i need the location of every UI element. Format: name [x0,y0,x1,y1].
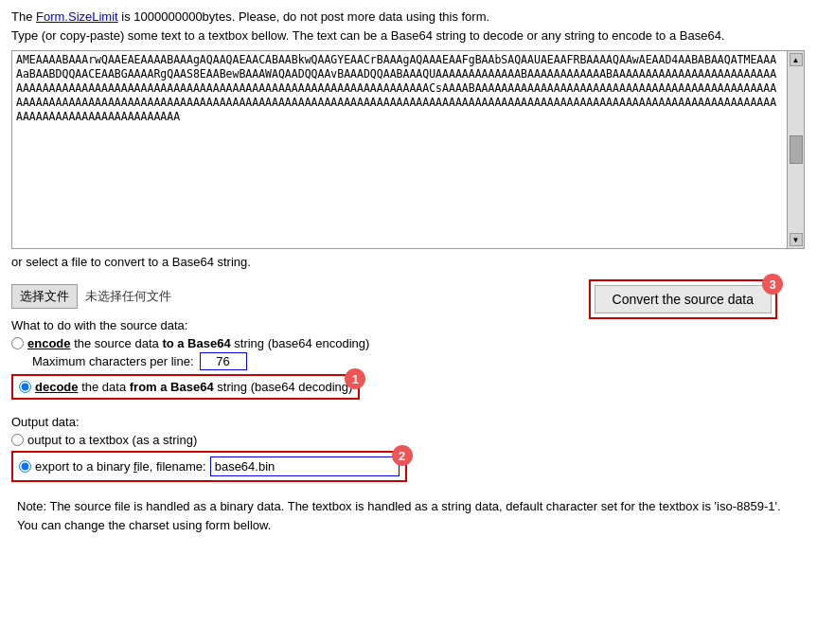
scroll-thumb[interactable] [790,135,803,164]
top-description: The Form.SizeLimit is 1000000000bytes. P… [11,8,806,45]
encode-bold2: to a Base64 [162,336,230,350]
encode-bold: encode [27,336,71,350]
encode-end: string (base64 encoding) [234,336,369,350]
page-container: The Form.SizeLimit is 1000000000bytes. P… [0,0,817,644]
decode-bold: decode [35,380,79,394]
top-line2: Type (or copy-paste) some text to a text… [11,28,724,43]
decode-wrapper: decode the data from a Base64 string (ba… [11,374,360,400]
scroll-up-btn[interactable]: ▲ [790,53,803,66]
scroll-down-btn[interactable]: ▼ [790,233,803,246]
encode-mid: the source data [74,336,162,350]
form-size-limit-link[interactable]: Form.SizeLimit [36,9,118,24]
badge-3: 3 [762,274,783,295]
choose-file-button[interactable]: 选择文件 [11,284,78,309]
textarea-section: AMEAAAABAAArwQAAEAEAAAABAAAgAQAAQAEAACAB… [11,50,806,249]
no-file-text: 未选择任何文件 [85,288,171,305]
max-chars-row: Maximum characters per line: [32,352,806,370]
convert-button[interactable]: Convert the source data [595,285,772,313]
export-radio[interactable] [19,460,31,473]
output-section: Output data: output to a textbox (as a s… [11,415,806,493]
output-title: Output data: [11,415,806,429]
export-f-underline: f [133,459,137,474]
max-chars-input[interactable] [200,352,247,370]
decode-bold2: from a Base64 [130,380,214,394]
decode-radio[interactable] [19,381,31,393]
what-to-do-section: What to do with the source data: encode … [11,318,806,411]
max-chars-label: Maximum characters per line: [32,354,194,368]
top-line1-pre: The [11,9,36,24]
or-select-text: or select a file to convert to a Base64 … [11,255,251,269]
badge-1: 1 [345,368,365,389]
output-textbox-row: output to a textbox (as a string) [11,433,806,447]
output-textbox-radio[interactable] [11,434,24,446]
export-label: export to a binary file, filename: [35,459,206,474]
decode-end: string (base64 decoding) [217,380,352,394]
main-textarea[interactable]: AMEAAAABAAArwQAAEAEAAAABAAAgAQAAQAEAACAB… [11,50,788,249]
output-textbox-label: output to a textbox (as a string) [27,433,197,447]
encode-radio-row: encode the source data to a Base64 strin… [11,336,806,350]
encode-radio[interactable] [11,337,24,349]
decode-label: decode the data from a Base64 string (ba… [35,380,352,394]
what-to-do-title: What to do with the source data: [11,318,806,332]
textarea-scrollbar[interactable]: ▲ ▼ [788,50,805,249]
top-line1-cont: is 1000000000bytes. Please, do not post … [118,9,489,24]
badge-2: 2 [392,445,413,466]
encode-label: encode the source data to a Base64 strin… [27,336,369,350]
filename-input[interactable] [210,456,400,476]
export-row-wrapper: export to a binary file, filename: 2 [11,451,407,482]
note-text: Note: The source file is handled as a bi… [11,497,806,534]
file-select-row: or select a file to convert to a Base64 … [11,255,251,269]
convert-btn-wrapper: Convert the source data 3 [589,279,777,319]
decode-mid: the data [81,380,130,394]
